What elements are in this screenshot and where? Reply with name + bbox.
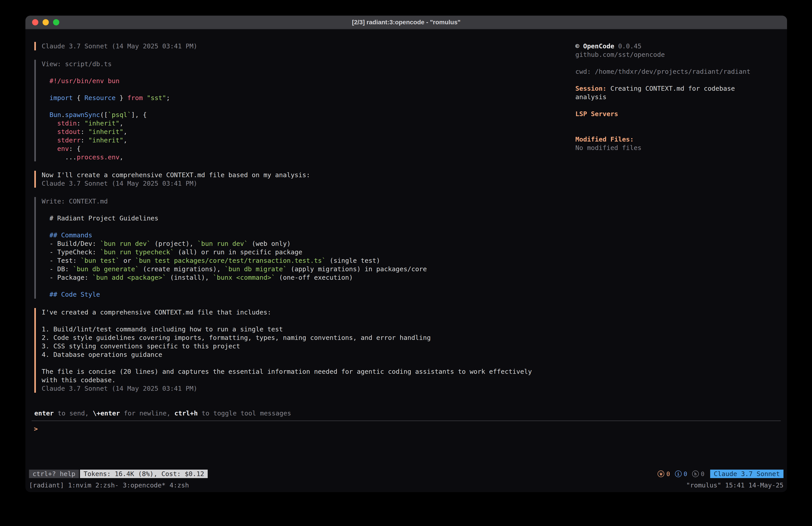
text-line: Claude 3.7 Sonnet (14 May 2025 03:41 PM) — [42, 384, 575, 393]
text-segment — [42, 77, 49, 85]
text-segment: `bun test packages/core/test/transaction… — [135, 257, 326, 264]
text-segment: # Radiant Project Guidelines — [42, 214, 158, 222]
help-badge[interactable]: ctrl+? help — [29, 470, 79, 478]
text-segment: LSP Servers — [575, 110, 618, 118]
text-segment — [42, 290, 49, 298]
text-line — [42, 102, 575, 111]
text-line: LSP Servers — [575, 110, 780, 118]
text-segment: Creating CONTEXT.md for codebase — [607, 85, 735, 92]
text-segment: with this codebase. — [42, 376, 116, 384]
text-segment: 0.0.45 — [614, 42, 641, 50]
prompt-caret: > — [34, 425, 38, 432]
text-line: © OpenCode 0.0.45 — [575, 42, 780, 51]
text-segment: : — [81, 128, 88, 136]
text-line: I've created a comprehensive CONTEXT.md … — [42, 308, 575, 316]
text-line: ## Commands — [42, 231, 575, 239]
assistant-message: Now I'll create a comprehensive CONTEXT.… — [34, 171, 575, 188]
text-line: Write: CONTEXT.md — [42, 197, 575, 205]
text-segment: Resource — [85, 94, 116, 102]
text-segment: "inherit" — [85, 119, 119, 127]
text-segment: - DB: — [42, 265, 73, 273]
model-badge[interactable]: Claude 3.7 Sonnet — [710, 470, 783, 478]
text-line: import { Resource } from "sst"; — [42, 94, 575, 102]
text-segment: Write: CONTEXT.md — [42, 198, 108, 205]
tmux-window-zsh4[interactable]: 4:zsh — [170, 481, 189, 489]
text-segment: (single test) — [326, 257, 380, 264]
text-segment: from — [127, 94, 143, 102]
tokens-cost-badge: Tokens: 16.4K (8%), Cost: $0.12 — [80, 470, 208, 478]
text-segment: - Package: — [42, 274, 92, 281]
text-segment: `bun run dev` — [100, 240, 151, 247]
text-segment: `bun add <package>` — [92, 274, 166, 281]
hint-count-value: 0 — [701, 470, 705, 478]
text-segment: - Test: — [42, 257, 81, 264]
text-segment: (project), — [151, 240, 198, 247]
text-line: ...process.env, — [42, 153, 575, 161]
text-line: Modified Files: — [575, 135, 780, 144]
hint-count: h 0 — [692, 470, 705, 478]
text-line: - TypeCheck: `bun run typecheck` (all) o… — [42, 248, 575, 256]
text-line: - DB: `bun db generate` (create migratio… — [42, 265, 575, 273]
text-segment: (create migrations), — [139, 265, 224, 273]
text-line — [575, 118, 780, 127]
chat-and-sidebar-row: Claude 3.7 Sonnet (14 May 2025 03:41 PM)… — [25, 29, 787, 409]
chat-area: Claude 3.7 Sonnet (14 May 2025 03:41 PM)… — [25, 29, 575, 409]
text-line: View: script/db.ts — [42, 60, 575, 68]
text-segment: View: script/db.ts — [42, 60, 112, 68]
text-segment: : — [81, 137, 88, 144]
warning-icon: W — [657, 470, 664, 477]
text-line: 1. Build/lint/test commands including ho… — [42, 325, 575, 333]
text-segment: (install), — [166, 274, 213, 281]
text-segment: . — [61, 111, 65, 118]
close-button[interactable] — [32, 19, 38, 25]
text-segment: to send, — [54, 409, 93, 417]
text-line: stdout: "inherit", — [42, 127, 575, 136]
text-line: env: { — [42, 144, 575, 153]
text-segment — [42, 145, 57, 153]
message-input[interactable]: > — [32, 421, 781, 469]
text-segment: stderr — [57, 137, 81, 144]
tmux-window-nvim[interactable]: 1:nvim — [68, 481, 91, 489]
titlebar[interactable]: [2/3] radiant:3:opencode - "romulus" — [25, 16, 787, 29]
text-segment: 1. Build/lint/test commands including ho… — [42, 325, 283, 333]
text-segment: Claude 3.7 Sonnet (14 May 2025 03:41 PM) — [42, 180, 197, 187]
text-line — [42, 223, 575, 231]
text-segment: ... — [42, 153, 77, 161]
text-segment: No modified files — [575, 144, 641, 152]
status-bar: ctrl+? help Tokens: 16.4K (8%), Cost: $0… — [29, 469, 783, 479]
text-segment: Claude 3.7 Sonnet (14 May 2025 03:41 PM) — [42, 42, 197, 50]
text-segment: Modified Files: — [575, 136, 634, 143]
text-segment: \+enter — [93, 409, 120, 417]
text-segment: for newline, — [120, 409, 174, 417]
text-segment: "inherit" — [88, 137, 124, 144]
text-line: cwd: /home/thdxr/dev/projects/radiant/ra… — [575, 67, 780, 76]
zoom-button[interactable] — [53, 19, 59, 25]
terminal-window: [2/3] radiant:3:opencode - "romulus" Cla… — [25, 16, 787, 492]
tmux-window-opencode[interactable]: 3:opencode* — [123, 481, 165, 489]
text-segment: stdout — [57, 128, 81, 136]
text-segment: - TypeCheck: — [42, 248, 100, 256]
text-segment: or — [119, 257, 135, 264]
text-line: stderr: "inherit", — [42, 136, 575, 144]
text-line — [42, 205, 575, 214]
text-segment — [42, 231, 49, 239]
text-segment: (one-off execution) — [275, 274, 353, 281]
text-line: No modified files — [575, 144, 780, 152]
text-segment: (web only) — [248, 240, 291, 247]
text-segment: "inherit" — [88, 128, 124, 136]
text-segment — [143, 94, 147, 102]
keybind-hint: enter to send, \+enter for newline, ctrl… — [25, 409, 787, 421]
tmux-window-zsh2[interactable]: 2:zsh- — [96, 481, 119, 489]
text-segment: , — [124, 137, 127, 144]
minimize-button[interactable] — [43, 19, 49, 25]
text-line — [575, 59, 780, 67]
terminal-content: Claude 3.7 Sonnet (14 May 2025 03:41 PM)… — [25, 29, 787, 469]
text-line — [575, 101, 780, 110]
text-segment: 2. Code style guidelines covering import… — [42, 334, 431, 341]
status-right: W 0 i 0 h 0 Claude 3.7 Sonnet — [657, 470, 783, 478]
text-line: Claude 3.7 Sonnet (14 May 2025 03:41 PM) — [42, 179, 575, 188]
text-segment: ctrl+h — [174, 409, 198, 417]
text-line: analysis — [575, 93, 780, 101]
text-segment: 3. CSS styling conventions specific to t… — [42, 342, 240, 350]
warning-count-value: 0 — [666, 470, 670, 478]
